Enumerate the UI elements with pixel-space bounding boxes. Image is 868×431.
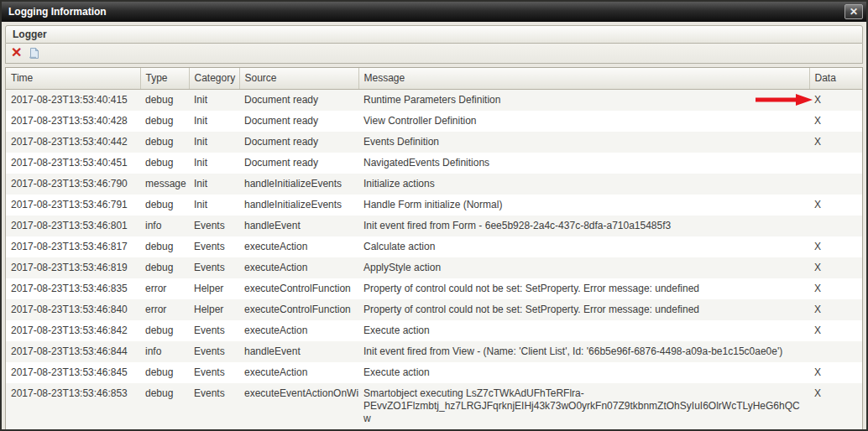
cell-data: X <box>809 195 862 216</box>
cell-data: X <box>809 383 862 429</box>
data-details-marker[interactable]: X <box>814 366 821 378</box>
cell-type: message <box>140 174 189 195</box>
dialog-title: Logging Information <box>8 6 844 18</box>
data-details-marker[interactable]: X <box>814 199 821 210</box>
cell-source: handleEvent <box>239 216 358 236</box>
cell-message: Init event fired from Form - 6ee5b928-2a… <box>358 216 809 236</box>
cell-message: Smartobject executing LsZ7cTWkAdUFhTeRFl… <box>358 383 809 429</box>
table-row: 2017-08-23T13:53:46:817 debug Events exe… <box>6 236 862 257</box>
cell-category: Init <box>189 89 239 111</box>
cell-type: debug <box>140 132 189 153</box>
cell-time: 2017-08-23T13:53:40:451 <box>6 153 140 174</box>
cell-type: error <box>140 278 189 299</box>
cell-time: 2017-08-23T13:53:46:835 <box>6 278 140 299</box>
table-row: 2017-08-23T13:53:46:840 error Helper exe… <box>6 299 862 320</box>
cell-source: executeControlFunction <box>239 278 358 299</box>
cell-source: executeAction <box>239 236 358 257</box>
cell-type: debug <box>140 362 189 383</box>
data-details-marker[interactable]: X <box>814 115 821 127</box>
cell-data: X <box>809 111 862 132</box>
cell-data: X <box>809 89 862 111</box>
column-header-message: Message <box>358 68 809 89</box>
table-row: 2017-08-23T13:53:46:842 debug Events exe… <box>6 320 862 341</box>
cell-type: info <box>140 341 189 362</box>
cell-message: Runtime Parameters Definition <box>358 89 809 111</box>
logger-panel-title: Logger <box>13 29 47 40</box>
cell-message: Calculate action <box>358 236 809 257</box>
cell-data: X <box>809 278 862 299</box>
column-header-type: Type <box>140 68 189 89</box>
cell-time: 2017-08-23T13:53:46:819 <box>6 257 140 278</box>
cell-type: debug <box>140 236 189 257</box>
logging-information-dialog: Logging Information ✕ Logger ✕ <box>0 0 868 431</box>
table-row: 2017-08-23T13:53:46:835 error Helper exe… <box>6 278 862 299</box>
column-header-data: Data <box>809 68 862 89</box>
cell-source: Document ready <box>239 153 358 174</box>
log-table-header-row: Time Type Category Source Message Data <box>6 68 862 89</box>
cell-category: Init <box>189 153 239 174</box>
close-icon[interactable]: ✕ <box>844 4 863 19</box>
cell-type: info <box>140 216 189 236</box>
cell-message: Events Definition <box>358 132 809 153</box>
cell-source: Document ready <box>239 89 358 111</box>
cell-source: executeAction <box>239 362 358 383</box>
table-row: 2017-08-23T13:53:40:428 debug Init Docum… <box>6 111 862 132</box>
cell-data: X <box>809 362 862 383</box>
cell-type: debug <box>140 320 189 341</box>
cell-category: Init <box>189 195 239 216</box>
cell-category: Events <box>189 383 239 429</box>
cell-time: 2017-08-23T13:53:46:817 <box>6 236 140 257</box>
data-details-marker[interactable]: X <box>814 325 821 336</box>
cell-data <box>809 153 862 174</box>
data-details-marker[interactable]: X <box>814 262 821 273</box>
cell-category: Events <box>189 236 239 257</box>
cell-message: Initialize actions <box>358 174 809 195</box>
cell-message: Property of control could not be set: Se… <box>358 299 809 320</box>
table-row: 2017-08-23T13:53:46:801 info Events hand… <box>6 216 862 236</box>
cell-type: debug <box>140 111 189 132</box>
cell-category: Helper <box>189 278 239 299</box>
cell-source: executeAction <box>239 320 358 341</box>
cell-category: Events <box>189 257 239 278</box>
table-row: 2017-08-23T13:53:40:442 debug Init Docum… <box>6 132 862 153</box>
cell-category: Init <box>189 111 239 132</box>
cell-source: handleInitializeEvents <box>239 195 358 216</box>
cell-time: 2017-08-23T13:53:46:790 <box>6 174 140 195</box>
cell-time: 2017-08-23T13:53:46:840 <box>6 299 140 320</box>
data-details-marker[interactable]: X <box>814 94 821 106</box>
cell-source: Document ready <box>239 132 358 153</box>
table-row: 2017-08-23T13:53:46:790 message Init han… <box>6 174 862 195</box>
data-details-marker[interactable]: X <box>814 304 821 315</box>
cell-category: Events <box>189 320 239 341</box>
cell-data: X <box>809 299 862 320</box>
cell-message: Execute action <box>358 362 809 383</box>
cell-data: X <box>809 320 862 341</box>
cell-category: Events <box>189 341 239 362</box>
table-row: 2017-08-23T13:53:40:451 debug Init Docum… <box>6 153 862 174</box>
cell-time: 2017-08-23T13:53:40:415 <box>6 89 140 111</box>
table-row: 2017-08-23T13:53:46:844 info Events hand… <box>6 341 862 362</box>
data-details-marker[interactable]: X <box>814 283 821 294</box>
log-table: Time Type Category Source Message Data 2… <box>6 68 862 429</box>
cell-source: executeControlFunction <box>239 299 358 320</box>
clear-log-icon[interactable]: ✕ <box>11 46 22 60</box>
data-details-marker[interactable]: X <box>814 241 821 252</box>
cell-message: Execute action <box>358 320 809 341</box>
cell-message: NavigatedEvents Definitions <box>358 153 809 174</box>
cell-category: Events <box>189 216 239 236</box>
cell-category: Helper <box>189 299 239 320</box>
cell-source: executeAction <box>239 257 358 278</box>
cell-time: 2017-08-23T13:53:40:428 <box>6 111 140 132</box>
cell-data <box>809 174 862 195</box>
table-row: 2017-08-23T13:53:46:853 debug Events exe… <box>6 383 862 429</box>
data-details-marker[interactable]: X <box>814 136 821 148</box>
cell-type: debug <box>140 257 189 278</box>
dialog-titlebar: Logging Information ✕ <box>2 2 866 22</box>
cell-message: Property of control could not be set: Se… <box>358 278 809 299</box>
cell-category: Init <box>189 132 239 153</box>
data-details-marker[interactable]: X <box>814 387 821 399</box>
cell-category: Init <box>189 174 239 195</box>
column-header-category: Category <box>189 68 239 89</box>
cell-type: debug <box>140 153 189 174</box>
copy-log-icon[interactable] <box>28 47 40 60</box>
